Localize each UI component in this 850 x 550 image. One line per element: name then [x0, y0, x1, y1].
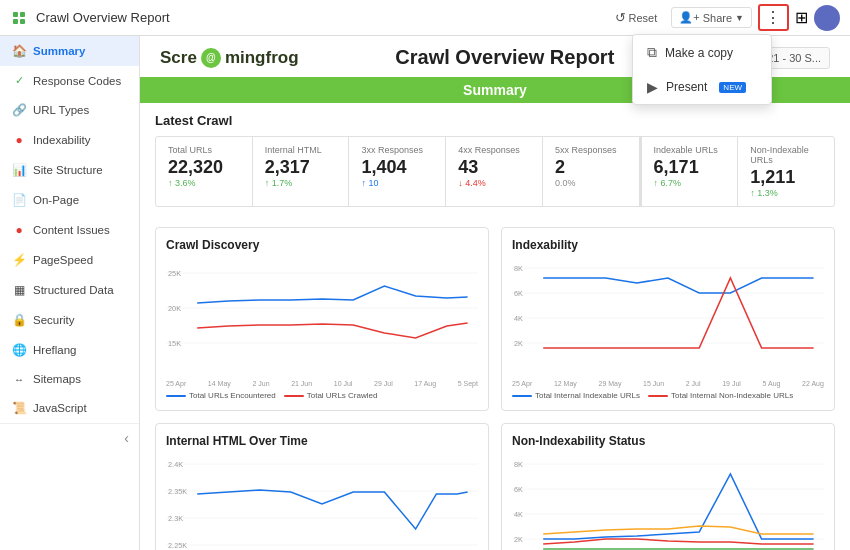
make-copy-item[interactable]: ⧉ Make a copy [633, 35, 771, 70]
sidebar-item-security[interactable]: 🔒 Security [0, 305, 139, 335]
sidebar-item-indexability[interactable]: ● Indexability [0, 125, 139, 155]
stat-label-3xx: 3xx Responses [361, 145, 433, 155]
on-page-icon: 📄 [12, 193, 26, 207]
check-icon: ✓ [12, 74, 26, 87]
chart-indexability: Indexability 8K 6K 4K 2K [501, 227, 835, 411]
stat-indexable-urls: Indexable URLs 6,171 ↑ 6.7% [640, 137, 739, 206]
content-issues-icon: ● [12, 223, 26, 237]
stat-label-total-urls: Total URLs [168, 145, 240, 155]
share-dropdown-icon: ▼ [735, 13, 744, 23]
chart-non-indexability-title: Non-Indexability Status [512, 434, 824, 448]
copy-icon: ⧉ [647, 44, 657, 61]
chart-crawl-discovery: Crawl Discovery 25K 20K 15K [155, 227, 489, 411]
share-icon: 👤+ [679, 11, 699, 24]
reset-icon: ↺ [615, 10, 626, 25]
sidebar-item-summary[interactable]: 🏠 Summary [0, 36, 139, 66]
latest-crawl-title: Latest Crawl [155, 113, 835, 128]
svg-text:2.3K: 2.3K [168, 515, 183, 523]
stats-section: Latest Crawl Total URLs 22,320 ↑ 3.6% In… [140, 103, 850, 217]
user-avatar[interactable] [814, 5, 840, 31]
legend-dot-blue [166, 395, 186, 397]
page-title: Crawl Overview Report [36, 10, 170, 25]
more-options-button[interactable]: ⋮ [758, 4, 789, 31]
svg-text:8K: 8K [514, 461, 523, 469]
site-structure-icon: 📊 [12, 163, 26, 177]
stat-4xx: 4xx Responses 43 ↓ 4.4% [446, 137, 543, 206]
dropdown-menu: ⧉ Make a copy ▶ Present NEW [632, 34, 772, 105]
reset-button[interactable]: ↺ Reset [607, 6, 666, 29]
chart-non-indexability: Non-Indexability Status 8K 6K 4K 2K [501, 423, 835, 550]
svg-text:4K: 4K [514, 315, 523, 323]
chart-crawl-discovery-title: Crawl Discovery [166, 238, 478, 252]
charts-section: Crawl Discovery 25K 20K 15K [140, 217, 850, 550]
sidebar-item-content-issues[interactable]: ● Content Issues [0, 215, 139, 245]
structured-data-icon: ▦ [12, 283, 26, 297]
new-badge: NEW [719, 82, 746, 93]
svg-rect-1 [20, 12, 25, 17]
svg-text:25K: 25K [168, 270, 181, 278]
sidebar-item-on-page[interactable]: 📄 On-Page [0, 185, 139, 215]
grid-icon[interactable]: ⊞ [795, 8, 808, 27]
legend-dot-indexable [512, 395, 532, 397]
legend-dot-red [284, 395, 304, 397]
logo-text-part1: Scre [160, 48, 197, 68]
home-icon: 🏠 [12, 44, 26, 58]
svg-text:8K: 8K [514, 265, 523, 273]
sidebar-item-structured-data[interactable]: ▦ Structured Data [0, 275, 139, 305]
sidebar-item-sitemaps[interactable]: ↔ Sitemaps [0, 365, 139, 393]
view-toggle: ⊞ [795, 8, 808, 27]
legend-indexable-urls: Total Internal Indexable URLs [512, 391, 640, 400]
stat-value-total-urls: 22,320 [168, 157, 240, 178]
stat-label-non-indexable: Non-Indexable URLs [750, 145, 822, 165]
share-button[interactable]: 👤+ Share ▼ [671, 7, 752, 28]
stat-change-3xx: ↑ 10 [361, 178, 433, 188]
present-item[interactable]: ▶ Present NEW [633, 70, 771, 104]
stat-5xx: 5xx Responses 2 0.0% [543, 137, 640, 206]
sidebar-item-pagespeed[interactable]: ⚡ PageSpeed [0, 245, 139, 275]
top-bar: Crawl Overview Report ↺ Reset 👤+ Share ▼… [0, 0, 850, 36]
chart-internal-html-area: 2.4K 2.35K 2.3K 2.25K [166, 454, 478, 550]
chart-indexability-area: 8K 6K 4K 2K [512, 258, 824, 378]
stat-change-non-indexable: ↑ 1.3% [750, 188, 822, 198]
legend-dot-non-indexable [648, 395, 668, 397]
svg-text:6K: 6K [514, 290, 523, 298]
svg-text:2.4K: 2.4K [168, 461, 183, 469]
sidebar-item-javascript[interactable]: 📜 JavaScript [0, 393, 139, 423]
sidebar-item-hreflang[interactable]: 🌐 Hreflang [0, 335, 139, 365]
top-bar-actions: ↺ Reset 👤+ Share ▼ ⋮ ⊞ [607, 4, 840, 31]
svg-text:2.25K: 2.25K [168, 542, 187, 550]
stats-grid: Total URLs 22,320 ↑ 3.6% Internal HTML 2… [155, 136, 835, 207]
chart-non-indexability-area: 8K 6K 4K 2K [512, 454, 824, 550]
svg-rect-2 [13, 19, 18, 24]
sidebar-collapse-button[interactable]: ‹ [0, 423, 139, 452]
chart-crawl-discovery-legend: Total URLs Encountered Total URLs Crawle… [166, 391, 478, 400]
stat-change-5xx: 0.0% [555, 178, 627, 188]
stat-label-internal-html: Internal HTML [265, 145, 337, 155]
stat-internal-html: Internal HTML 2,317 ↑ 1.7% [253, 137, 350, 206]
chart-indexability-title: Indexability [512, 238, 824, 252]
present-icon: ▶ [647, 79, 658, 95]
chart-indexability-legend: Total Internal Indexable URLs Total Inte… [512, 391, 824, 400]
svg-text:2K: 2K [514, 536, 523, 544]
sidebar-item-response-codes[interactable]: ✓ Response Codes [0, 66, 139, 95]
pagespeed-icon: ⚡ [12, 253, 26, 267]
chart-internal-html: Internal HTML Over Time 2.4K 2.35K 2.3K … [155, 423, 489, 550]
svg-text:20K: 20K [168, 305, 181, 313]
stat-change-4xx: ↓ 4.4% [458, 178, 530, 188]
report-main-title: Crawl Overview Report [395, 46, 614, 69]
stat-3xx: 3xx Responses 1,404 ↑ 10 [349, 137, 446, 206]
svg-text:6K: 6K [514, 486, 523, 494]
hreflang-icon: 🌐 [12, 343, 26, 357]
stat-total-urls: Total URLs 22,320 ↑ 3.6% [156, 137, 253, 206]
logo: Scre @ mingfrog [160, 48, 299, 68]
stat-value-3xx: 1,404 [361, 157, 433, 178]
stat-value-4xx: 43 [458, 157, 530, 178]
legend-non-indexable-urls: Total Internal Non-Indexable URLs [648, 391, 793, 400]
legend-total-urls-encountered: Total URLs Encountered [166, 391, 276, 400]
sidebar-item-url-types[interactable]: 🔗 URL Types [0, 95, 139, 125]
stat-value-non-indexable: 1,211 [750, 167, 822, 188]
indexability-icon: ● [12, 133, 26, 147]
svg-text:15K: 15K [168, 340, 181, 348]
sidebar-item-site-structure[interactable]: 📊 Site Structure [0, 155, 139, 185]
svg-text:4K: 4K [514, 511, 523, 519]
